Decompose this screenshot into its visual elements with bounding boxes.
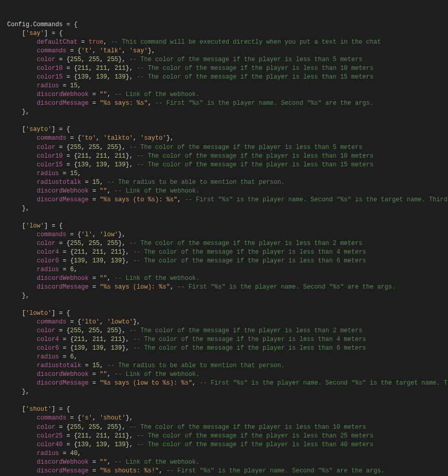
code-token: , bbox=[96, 135, 103, 142]
code-token: 255 bbox=[88, 327, 100, 334]
code-token: , bbox=[100, 318, 107, 326]
code-token: ] = { bbox=[51, 310, 70, 317]
code-token: , bbox=[78, 170, 81, 177]
code-token: 's' bbox=[81, 414, 92, 422]
code-token: 211 bbox=[92, 336, 104, 343]
code-token: 139 bbox=[115, 73, 126, 81]
code-token: , bbox=[92, 47, 100, 54]
code-token: commands bbox=[37, 47, 67, 54]
code-token: "" bbox=[100, 91, 107, 98]
code-token: }, bbox=[125, 73, 133, 81]
code-token: = { bbox=[59, 345, 74, 352]
code-token bbox=[7, 441, 37, 448]
code-token: , bbox=[170, 283, 174, 291]
code-token: , bbox=[103, 345, 110, 352]
code-token: , bbox=[88, 432, 96, 440]
code-token bbox=[7, 424, 37, 431]
code-token: color bbox=[37, 240, 55, 247]
code-comment: -- First "%s" is the player name. Second… bbox=[181, 196, 448, 203]
code-token: , bbox=[92, 414, 100, 422]
code-token: = bbox=[88, 100, 100, 107]
code-token: 139 bbox=[74, 345, 85, 352]
code-comment: -- First "%s" is the player name. Second… bbox=[162, 467, 384, 474]
code-token: = { bbox=[55, 240, 70, 247]
code-token: Commands bbox=[33, 21, 63, 28]
code-token: = { bbox=[63, 65, 78, 72]
code-token: 211 bbox=[74, 249, 85, 256]
code-token: 255 bbox=[107, 424, 118, 431]
code-token: , bbox=[107, 459, 110, 466]
code-token: 139 bbox=[92, 257, 104, 264]
code-token: ] = { bbox=[51, 406, 70, 413]
code-token bbox=[7, 336, 37, 343]
code-token bbox=[7, 153, 37, 160]
code-token: , bbox=[107, 73, 114, 81]
code-token: = bbox=[88, 91, 100, 98]
code-token: [ bbox=[7, 222, 26, 230]
code-token: , bbox=[107, 65, 114, 72]
code-token bbox=[7, 231, 37, 238]
code-token: 139 bbox=[115, 441, 126, 448]
code-token bbox=[7, 266, 37, 273]
code-token: [ bbox=[7, 310, 26, 317]
code-token: color4 bbox=[37, 336, 59, 343]
code-token: }, bbox=[122, 336, 129, 343]
code-token: 6 bbox=[70, 353, 73, 360]
code-token: = { bbox=[66, 231, 81, 238]
code-token: = bbox=[59, 266, 70, 273]
code-token: }, bbox=[133, 318, 140, 326]
code-token: 211 bbox=[115, 65, 126, 72]
code-token bbox=[7, 91, 37, 98]
code-token: 'sayto' bbox=[140, 135, 166, 142]
code-token bbox=[7, 362, 37, 369]
code-comment: -- Link of the webhook. bbox=[111, 275, 200, 282]
code-token: 211 bbox=[96, 432, 107, 440]
code-token bbox=[7, 187, 37, 195]
code-token: 139 bbox=[111, 345, 122, 352]
code-token: , bbox=[81, 144, 88, 151]
code-token: color6 bbox=[37, 257, 59, 264]
code-token: }, bbox=[125, 441, 133, 448]
code-token: = { bbox=[63, 441, 78, 448]
code-token: 139 bbox=[96, 441, 107, 448]
code-token: 211 bbox=[92, 249, 104, 256]
code-token: , bbox=[103, 249, 110, 256]
code-token: }, bbox=[122, 345, 129, 352]
code-token: }, bbox=[7, 292, 29, 299]
code-token: commands bbox=[37, 135, 67, 142]
code-token: = { bbox=[59, 257, 74, 264]
code-token: = bbox=[88, 283, 100, 291]
code-token: ] = { bbox=[44, 222, 63, 230]
code-token bbox=[7, 379, 37, 387]
code-token: color6 bbox=[37, 345, 59, 352]
code-token: 211 bbox=[111, 336, 122, 343]
code-token: commands bbox=[37, 231, 67, 238]
code-token: 139 bbox=[96, 73, 107, 81]
code-editor[interactable]: Config.Commands = { ['say'] = { defaultC… bbox=[7, 21, 443, 476]
code-token: 'low' bbox=[26, 222, 44, 230]
code-token: radius bbox=[37, 450, 59, 457]
code-token: }, bbox=[125, 65, 133, 72]
code-token: }, bbox=[122, 257, 129, 264]
code-token: [ bbox=[7, 126, 26, 133]
code-token: color4 bbox=[37, 249, 59, 256]
code-token: discordWebhook bbox=[37, 371, 89, 378]
code-token: "%s says (to %s): %s" bbox=[100, 196, 177, 203]
code-token: 211 bbox=[74, 336, 85, 343]
code-token: }, bbox=[118, 240, 125, 247]
code-token bbox=[7, 170, 37, 177]
code-token: = bbox=[88, 275, 100, 282]
code-token: "%s says (low to %s): %s" bbox=[100, 379, 192, 387]
code-token: "" bbox=[100, 371, 107, 378]
code-token: , bbox=[88, 65, 96, 72]
code-token: color bbox=[37, 327, 55, 334]
code-token: 255 bbox=[70, 240, 81, 247]
code-token bbox=[7, 432, 37, 440]
code-token bbox=[7, 371, 37, 378]
code-comment: -- The color of the message if the playe… bbox=[133, 153, 374, 160]
code-token bbox=[7, 318, 37, 326]
code-token bbox=[7, 414, 37, 422]
code-token: = { bbox=[63, 153, 78, 160]
code-token: , bbox=[88, 441, 96, 448]
code-comment: -- First "%s" is the player name. Second… bbox=[196, 379, 448, 387]
